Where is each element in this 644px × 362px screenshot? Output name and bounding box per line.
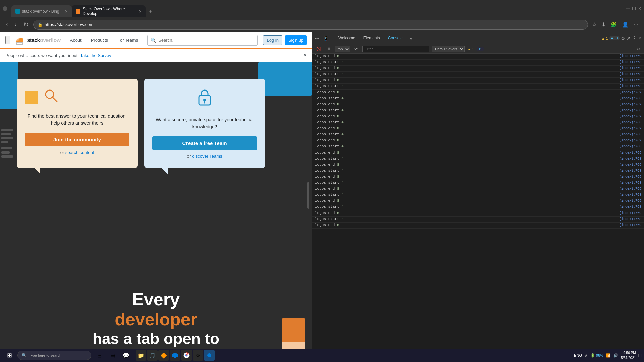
console-line-link[interactable]: (index):768 xyxy=(619,133,641,136)
devtools-console[interactable]: logos end 8(index):769logos start 4(inde… xyxy=(312,54,644,353)
console-line-link[interactable]: (index):769 xyxy=(619,115,641,118)
address-bar[interactable]: 🔒 https://stackoverflow.com xyxy=(33,20,588,30)
console-line-link[interactable]: (index):769 xyxy=(619,151,641,155)
taskbar-task-view[interactable]: ⊟ xyxy=(94,350,105,361)
browser-action-downloads[interactable]: ⬇ xyxy=(600,20,607,29)
devtools-tab-console[interactable]: Console xyxy=(384,32,407,44)
devtools-close-button[interactable]: × xyxy=(639,36,641,41)
survey-close-button[interactable]: × xyxy=(304,52,307,58)
browser-action-extensions[interactable]: 🧩 xyxy=(609,20,619,29)
console-line-link[interactable]: (index):768 xyxy=(619,121,641,124)
tab-so-label: Stack Overflow - Where Develop... xyxy=(83,7,137,16)
console-line-link[interactable]: (index):769 xyxy=(619,90,641,94)
console-line-link[interactable]: (index):769 xyxy=(619,54,641,58)
taskbar-app-vscode[interactable] xyxy=(170,350,180,361)
devtools-more-button[interactable]: ⋮ xyxy=(632,35,637,41)
taskbar-notifications-button[interactable]: □ xyxy=(639,353,641,358)
taskbar-app-explorer[interactable]: 📁 xyxy=(136,350,146,361)
console-line-link[interactable]: (index):768 xyxy=(619,97,641,100)
forward-button[interactable]: › xyxy=(13,20,19,29)
devtools-filter-input[interactable] xyxy=(362,46,429,52)
nav-products[interactable]: Products xyxy=(87,36,112,45)
console-line-link[interactable]: (index):768 xyxy=(619,72,641,76)
devtools-levels-select[interactable]: Default levels xyxy=(432,46,465,52)
taskbar-battery-icon: 🔋 98% xyxy=(590,353,603,358)
window-maximize-button[interactable]: □ xyxy=(632,6,636,12)
console-line-link[interactable]: (index):768 xyxy=(619,60,641,64)
survey-link[interactable]: Take the Survey xyxy=(80,53,111,58)
nav-for-teams[interactable]: For Teams xyxy=(113,36,142,45)
devtools-mobile-tool[interactable]: 📱 xyxy=(322,35,330,42)
nav-about[interactable]: About xyxy=(66,36,86,45)
console-line-link[interactable]: (index):768 xyxy=(619,169,641,173)
taskbar-app-media[interactable]: 🎵 xyxy=(147,350,158,361)
join-community-button[interactable]: Join the community xyxy=(25,133,129,146)
devtools-gear-button[interactable]: ⚙ xyxy=(635,46,641,52)
taskbar-widgets[interactable]: ▤ xyxy=(107,350,118,361)
console-line-link[interactable]: (index):768 xyxy=(619,193,641,197)
new-tab-button[interactable]: + xyxy=(146,5,155,17)
console-line-link[interactable]: (index):769 xyxy=(619,163,641,167)
console-line-link[interactable]: (index):768 xyxy=(619,84,641,88)
devtools-tabs-more[interactable]: » xyxy=(407,36,415,41)
console-line-link[interactable]: (index):769 xyxy=(619,78,641,82)
taskbar-chevron-up-icon[interactable]: ∧ xyxy=(585,353,588,358)
taskbar-app-edge[interactable] xyxy=(204,350,215,361)
console-line-link[interactable]: (index):769 xyxy=(619,139,641,142)
login-button[interactable]: Log in xyxy=(263,35,282,45)
taskbar-app-chrome[interactable] xyxy=(181,350,192,361)
console-line-link[interactable]: (index):768 xyxy=(619,217,641,221)
console-line-link[interactable]: (index):768 xyxy=(619,205,641,209)
console-line-link[interactable]: (index):769 xyxy=(619,66,641,70)
devtools-context-select[interactable]: top xyxy=(335,46,350,52)
browser-action-more[interactable]: ⋯ xyxy=(632,20,640,29)
scrollbar[interactable] xyxy=(307,182,309,209)
console-line-link[interactable]: (index):769 xyxy=(619,187,641,191)
search-content-link[interactable]: search content xyxy=(65,150,94,155)
console-line-link[interactable]: (index):768 xyxy=(619,145,641,148)
card-teams-or-text: or xyxy=(187,154,191,159)
devtools-clear-button[interactable]: 🚫 xyxy=(315,46,323,52)
taskbar-app-vlc[interactable]: 🔶 xyxy=(158,350,169,361)
search-input[interactable] xyxy=(147,35,258,46)
browser-tab-stackoverflow[interactable]: Stack Overflow - Where Develop... × xyxy=(72,5,146,17)
window-minimize-button[interactable]: ─ xyxy=(626,6,630,12)
taskbar-search[interactable]: 🔍 Type here to search xyxy=(17,351,91,360)
tab-bing-close[interactable]: × xyxy=(65,9,68,14)
console-line-link[interactable]: (index):769 xyxy=(619,223,641,227)
console-line-link[interactable]: (index):768 xyxy=(619,157,641,161)
window-close-button[interactable]: × xyxy=(638,6,641,12)
console-line-link[interactable]: (index):769 xyxy=(619,211,641,215)
back-button[interactable]: ‹ xyxy=(4,20,10,29)
discover-teams-link[interactable]: discover Teams xyxy=(192,154,222,159)
browser-action-profile[interactable]: 👤 xyxy=(621,20,630,29)
devtools-tab-welcome[interactable]: Welcome xyxy=(334,32,359,44)
console-line-link[interactable]: (index):769 xyxy=(619,199,641,203)
console-line-link[interactable]: (index):769 xyxy=(619,127,641,130)
so-logo[interactable]: stackoverflow xyxy=(16,36,61,45)
console-line-link[interactable]: (index):769 xyxy=(619,103,641,106)
console-line-link[interactable]: (index):769 xyxy=(619,175,641,179)
browser-action-favorites[interactable]: ☆ xyxy=(591,20,598,29)
signup-button[interactable]: Sign up xyxy=(285,35,307,45)
taskbar-clock[interactable]: 9:56 PM 5/31/2021 xyxy=(621,350,636,360)
devtools-eye-button[interactable]: 👁 xyxy=(353,46,360,52)
tab-so-close[interactable]: × xyxy=(139,9,142,14)
console-line-text: logos end 8 xyxy=(315,187,618,191)
devtools-tab-elements[interactable]: Elements xyxy=(359,32,384,44)
devtools-pause-button[interactable]: ⏸ xyxy=(325,46,332,52)
devtools-share-button[interactable]: ↗ xyxy=(627,36,631,41)
console-line: logos start 4(index):768 xyxy=(312,204,644,210)
console-line-link[interactable]: (index):768 xyxy=(619,109,641,112)
taskbar-chat[interactable]: 💬 xyxy=(121,350,131,361)
browser-tab-bing[interactable]: stack overflow - Bing × xyxy=(11,5,72,17)
window-control-menu[interactable] xyxy=(3,6,7,11)
console-line-link[interactable]: (index):768 xyxy=(619,181,641,185)
devtools-select-tool[interactable]: ⊹ xyxy=(314,35,320,42)
create-team-button[interactable]: Create a free Team xyxy=(152,136,257,150)
start-button[interactable]: ⊞ xyxy=(3,350,16,361)
devtools-settings-button[interactable]: ⚙ xyxy=(621,36,625,41)
hamburger-button[interactable]: ≡ xyxy=(5,36,10,44)
refresh-button[interactable]: ↻ xyxy=(21,20,31,30)
taskbar-app-settings[interactable]: ⚙ xyxy=(193,350,203,361)
